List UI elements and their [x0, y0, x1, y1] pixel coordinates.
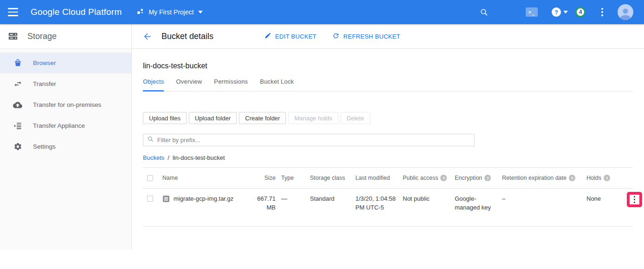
- sidebar-nav: Browser Transfer Transfer for on-premise…: [0, 49, 131, 157]
- bucket-name-heading: lin-docs-test-bucket: [143, 62, 633, 70]
- breadcrumb-buckets-link[interactable]: Buckets: [143, 154, 164, 161]
- breadcrumb-separator: /: [167, 154, 169, 161]
- row-menu-cell: [614, 195, 633, 212]
- avatar[interactable]: [618, 4, 633, 20]
- chevron-down-icon: [563, 11, 568, 13]
- column-header-encryption: Encryption ?: [455, 175, 496, 181]
- sidebar-item-transfer-appliance[interactable]: Transfer Appliance: [0, 115, 131, 136]
- help-icon[interactable]: ?: [569, 175, 575, 181]
- object-encryption-cell: Google-managed key: [455, 195, 496, 212]
- cloud-upload-icon: [13, 100, 22, 110]
- edit-bucket-label: EDIT BUCKET: [275, 33, 316, 40]
- sidebar-item-browser[interactable]: Browser: [0, 52, 131, 73]
- object-name-cell: migrate-gcp-img.tar.gz: [162, 195, 244, 205]
- create-folder-button[interactable]: Create folder: [239, 112, 286, 124]
- delete-button: Delete: [341, 112, 370, 124]
- sidebar-item-label: Browser: [33, 59, 56, 66]
- sidebar-item-transfer[interactable]: Transfer: [0, 73, 131, 94]
- sidebar-header: Storage: [0, 24, 131, 49]
- storage-product-icon: [8, 31, 18, 42]
- search-icon: [147, 136, 154, 144]
- upload-folder-button[interactable]: Upload folder: [189, 112, 237, 124]
- row-overflow-menu-icon[interactable]: [632, 195, 637, 205]
- column-header-size: Size: [250, 175, 276, 181]
- sidebar-item-label: Settings: [33, 143, 56, 150]
- tab-overview[interactable]: Overview: [176, 78, 202, 92]
- chevron-down-icon: [198, 11, 203, 13]
- edit-bucket-button[interactable]: EDIT BUCKET: [264, 32, 316, 40]
- tab-objects[interactable]: Objects: [143, 78, 164, 92]
- object-name-link[interactable]: migrate-gcp-img.tar.gz: [174, 195, 233, 203]
- sidebar-item-transfer-on-premises[interactable]: Transfer for on-premises: [0, 94, 131, 115]
- app-frame: Storage Browser Transfer Transfer for on…: [0, 24, 644, 249]
- overflow-menu-icon[interactable]: [599, 6, 605, 18]
- help-icon[interactable]: ?: [484, 175, 491, 181]
- back-arrow-icon[interactable]: [142, 32, 152, 41]
- column-header-last-modified: Last modified: [355, 175, 397, 181]
- object-public-access-cell: Not public: [403, 195, 449, 203]
- object-holds-cell: None: [586, 195, 609, 203]
- product-logo[interactable]: Google Cloud Platform: [31, 7, 122, 17]
- filter-by-prefix-field[interactable]: [143, 134, 475, 146]
- menu-icon[interactable]: [0, 8, 26, 16]
- column-header-storage-class: Storage class: [310, 175, 350, 181]
- pencil-icon: [264, 32, 271, 40]
- row-checkbox[interactable]: [147, 196, 153, 202]
- object-size-cell: 667.71 MB: [250, 195, 276, 212]
- project-selector[interactable]: My First Project: [136, 7, 202, 17]
- sidebar-item-label: Transfer Appliance: [33, 122, 85, 129]
- object-last-modified-cell: 1/3/20, 1:04:58 PM UTC-5: [355, 195, 397, 212]
- manage-holds-button: Manage holds: [288, 112, 338, 124]
- object-toolbar: Upload files Upload folder Create folder…: [143, 112, 633, 124]
- appliance-list-icon: [13, 121, 22, 130]
- gear-icon: [13, 142, 22, 151]
- tab-bucket-lock[interactable]: Bucket Lock: [260, 78, 294, 92]
- page-title: Bucket details: [161, 32, 213, 41]
- select-all-checkbox[interactable]: [147, 175, 153, 181]
- search-icon[interactable]: [480, 8, 489, 17]
- help-icon[interactable]: ?: [440, 175, 447, 181]
- annotation-highlight-box: [627, 192, 642, 207]
- column-header-holds: Holds ?: [586, 175, 609, 181]
- column-header-public-access: Public access ?: [403, 175, 449, 181]
- refresh-bucket-label: REFRESH BUCKET: [343, 33, 400, 40]
- project-name: My First Project: [148, 8, 193, 16]
- column-header-name: Name: [162, 175, 244, 181]
- notifications-badge[interactable]: 4: [575, 7, 586, 17]
- page-header: Bucket details EDIT BUCKET REFRESH BUCKE…: [132, 24, 644, 49]
- object-type-cell: —: [281, 195, 304, 203]
- column-header-retention-expiration-date: Retention expiration date ?: [502, 175, 581, 181]
- help-icon[interactable]: ?: [604, 175, 610, 181]
- tab-bar: Objects Overview Permissions Bucket Lock: [143, 78, 633, 92]
- cloud-shell-icon[interactable]: >_: [526, 7, 538, 17]
- bucket-icon: [13, 59, 22, 67]
- object-retention-cell: –: [502, 195, 581, 203]
- table-row: migrate-gcp-img.tar.gz 667.71 MB — Stand…: [143, 189, 633, 227]
- project-icon: [136, 7, 144, 17]
- object-storage-class-cell: Standard: [310, 195, 350, 203]
- column-header-type: Type: [281, 175, 304, 181]
- help-icon[interactable]: ?: [552, 7, 568, 17]
- refresh-bucket-button[interactable]: REFRESH BUCKET: [332, 32, 400, 41]
- sidebar-item-settings[interactable]: Settings: [0, 136, 131, 157]
- breadcrumb-current: lin-docs-test-bucket: [173, 154, 225, 161]
- sidebar-title: Storage: [27, 32, 57, 41]
- bucket-details-content: lin-docs-test-bucket Objects Overview Pe…: [132, 49, 644, 227]
- sidebar-item-label: Transfer: [33, 80, 56, 87]
- tab-permissions[interactable]: Permissions: [214, 78, 248, 92]
- refresh-icon: [332, 32, 340, 41]
- swap-arrows-icon: [13, 79, 22, 88]
- upload-files-button[interactable]: Upload files: [143, 112, 187, 124]
- sidebar: Storage Browser Transfer Transfer for on…: [0, 24, 132, 249]
- file-icon: [162, 195, 170, 205]
- top-app-bar: Google Cloud Platform My First Project >…: [0, 0, 644, 24]
- sidebar-item-label: Transfer for on-premises: [33, 101, 101, 108]
- breadcrumb: Buckets / lin-docs-test-bucket: [143, 154, 633, 161]
- objects-table: Name Size Type Storage class Last modifi…: [143, 167, 633, 227]
- table-header-row: Name Size Type Storage class Last modifi…: [143, 167, 633, 189]
- main-panel: Bucket details EDIT BUCKET REFRESH BUCKE…: [132, 24, 644, 249]
- filter-input[interactable]: [157, 137, 470, 144]
